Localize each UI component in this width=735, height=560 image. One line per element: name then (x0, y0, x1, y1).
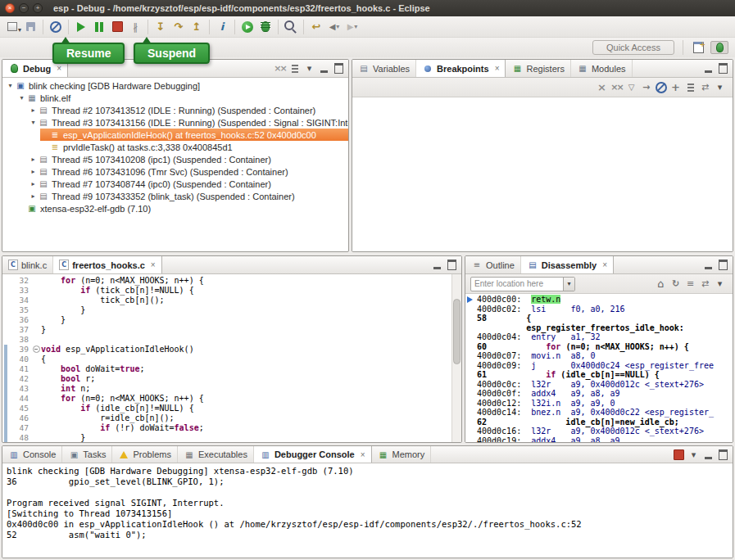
link-with-debug-icon[interactable] (698, 81, 712, 94)
tree-expand-arrow-icon[interactable]: ▾ (17, 94, 26, 102)
collapse-all-icon[interactable] (683, 81, 697, 94)
tab-outline[interactable]: Outline (465, 256, 521, 273)
editor-line[interactable]: 36 } (2, 315, 461, 325)
last-edit-location-icon[interactable] (307, 18, 325, 36)
tab-breakpoints[interactable]: Breakpoints × (416, 60, 506, 77)
view-menu-icon[interactable] (687, 448, 701, 461)
editor-line[interactable]: 40{ (2, 355, 461, 364)
code-editor[interactable]: 32 for (n=0; n<MAX_HOOKS; n++) {33 if (t… (2, 274, 461, 442)
location-combo[interactable]: Enter location here ▾ (470, 277, 575, 291)
terminate-icon[interactable] (108, 18, 126, 36)
debug-tree-item[interactable]: ▾blink checking [GDB Hardware Debugging] (2, 79, 348, 92)
sync-icon[interactable] (698, 278, 712, 291)
minimize-icon[interactable] (701, 448, 715, 461)
disassembly-line[interactable]: 62 idle_cb[n]=new_idle_cb; (465, 418, 733, 427)
tab-blink-c[interactable]: blink.c (2, 256, 53, 273)
debug-tree-item[interactable]: ▾Thread #3 1073413156 (IDLE : Running) (… (2, 116, 348, 129)
close-icon[interactable]: × (495, 64, 500, 73)
tab-executables[interactable]: Executables (178, 446, 254, 463)
disassembly-line[interactable]: 400d0c04: entry a1, 32 (465, 332, 733, 342)
disassembly-line[interactable]: 400d0c0f: addx4 a9, a8, a9 (465, 389, 733, 399)
debug-tree-item[interactable]: esp_vApplicationIdleHook() at freertos_h… (2, 129, 348, 141)
disassembly-line[interactable]: 400d0c14: bnez.n a9, 0x400d0c22 <esp_reg… (465, 408, 733, 418)
search-icon[interactable] (282, 18, 300, 36)
minimize-icon[interactable] (430, 259, 444, 272)
disassembly-line[interactable]: 400d0c09: j 0x400d0c24 <esp_register_fre… (465, 361, 733, 371)
window-minimize-button[interactable]: − (19, 3, 29, 13)
disassembly-line[interactable]: 400d0c12: l32i.n a9, a9, 0 (465, 399, 733, 409)
editor-line[interactable]: 47 if (!r) doWait=false; (2, 423, 461, 433)
debug-tree-item[interactable]: prvIdleTask() at tasks.c:3,338 0x400845d… (2, 141, 348, 153)
disassembly-line[interactable]: 400d0c07: movi.n a8, 0 (465, 351, 733, 361)
editor-line[interactable]: 45 if (idle_cb[n]!=NULL) { (2, 404, 461, 413)
tree-expand-arrow-icon[interactable]: ▸ (29, 156, 38, 163)
disassembly-line[interactable]: 400d0c02: lsi f0, a0, 216 (465, 305, 733, 314)
editor-line[interactable]: 34 tick_cb[n](); (2, 296, 461, 305)
location-input[interactable]: Enter location here (471, 279, 563, 288)
disassembly-line[interactable]: 400d0c16: l32r a9, 0x400d012c <_stext+27… (465, 427, 733, 436)
editor-line[interactable]: 48 } (2, 433, 461, 442)
remove-breakpoint-icon[interactable] (595, 81, 609, 94)
editor-line[interactable]: 38 (2, 335, 461, 345)
back-icon[interactable] (325, 18, 343, 36)
new-wizard-icon[interactable] (3, 18, 21, 36)
tree-expand-arrow-icon[interactable]: ▸ (29, 106, 38, 114)
editor-scrollbar[interactable] (451, 274, 461, 442)
editor-line[interactable]: 37} (2, 325, 461, 335)
step-return-icon[interactable] (188, 18, 206, 36)
disassembly-line[interactable]: 60 for (n=0; n<MAX_HOOKS; n++) { (465, 342, 733, 352)
debug-tree-item[interactable]: ▾blink.elf (2, 92, 348, 104)
editor-line[interactable]: 46 r=idle_cb[n](); (2, 413, 461, 423)
debug-tree-item[interactable]: ▸Thread #6 1073431096 (Tmr Svc) (Suspend… (2, 165, 348, 178)
console-output[interactable]: blink checking [GDB Hardware Debugging] … (2, 463, 733, 558)
terminate-icon[interactable] (672, 448, 686, 461)
minimize-icon[interactable] (701, 62, 715, 75)
minimize-icon[interactable] (317, 62, 331, 75)
remove-all-breakpoints-icon[interactable] (610, 81, 624, 94)
editor-line[interactable]: 44 for (n=0; n<MAX_HOOKS; n++) { (2, 394, 461, 404)
debug-icon[interactable] (256, 18, 274, 36)
scrollbar-thumb[interactable] (453, 299, 461, 364)
tab-console[interactable]: Console (2, 446, 62, 463)
maximize-icon[interactable] (716, 62, 730, 75)
open-perspective-icon[interactable] (692, 41, 706, 54)
debug-tree-item[interactable]: ▸Thread #7 1073408744 (ipc0) (Suspended … (2, 178, 348, 190)
home-icon[interactable] (654, 278, 668, 291)
window-close-button[interactable]: × (5, 3, 15, 13)
window-maximize-button[interactable]: + (33, 3, 43, 13)
show-supported-breakpoints-icon[interactable] (624, 81, 638, 94)
tree-expand-arrow-icon[interactable]: ▸ (29, 192, 38, 200)
debug-tree-item[interactable]: ▸Thread #5 1073410208 (ipc1) (Suspended … (2, 153, 348, 165)
show-source-icon[interactable] (683, 278, 697, 291)
debug-tree-item[interactable]: xtensa-esp32-elf-gdb (7.10) (2, 202, 348, 215)
disassembly-line[interactable]: 58 { (465, 314, 733, 323)
run-icon[interactable] (238, 18, 256, 36)
close-icon[interactable]: × (57, 64, 61, 73)
close-icon[interactable]: × (361, 450, 365, 459)
view-menu-icon[interactable] (302, 62, 316, 75)
tree-expand-arrow-icon[interactable]: ▾ (6, 82, 15, 89)
tab-registers[interactable]: Registers (506, 60, 570, 77)
tree-expand-arrow-icon[interactable]: ▾ (29, 119, 38, 126)
maximize-icon[interactable] (716, 448, 730, 461)
save-icon[interactable] (21, 18, 39, 36)
refresh-icon[interactable] (669, 278, 683, 291)
debug-perspective-icon[interactable] (710, 41, 728, 54)
resume-icon[interactable] (72, 18, 90, 36)
suspend-icon[interactable] (90, 18, 108, 36)
instruction-stepping-icon[interactable] (213, 18, 231, 36)
fold-marker-icon[interactable] (32, 345, 41, 355)
tab-disassembly[interactable]: Disassembly × (521, 256, 614, 273)
editor-line[interactable]: 43 int n; (2, 384, 461, 394)
tree-expand-arrow-icon[interactable]: ▸ (29, 180, 38, 187)
tab-debugger-console[interactable]: Debugger Console × (254, 446, 372, 463)
quick-access-button[interactable]: Quick Access (592, 40, 674, 55)
disassembly-line[interactable]: esp_register_freertos_idle_hook: (465, 323, 733, 333)
tree-expand-arrow-icon[interactable]: ▸ (29, 168, 38, 175)
tab-modules[interactable]: Modules (571, 60, 633, 77)
close-icon[interactable]: × (151, 260, 156, 269)
editor-line[interactable]: 42 bool r; (2, 374, 461, 384)
editor-line[interactable]: 39void esp_vApplicationIdleHook() (2, 345, 461, 355)
editor-line[interactable]: 32 for (n=0; n<MAX_HOOKS; n++) { (2, 276, 461, 286)
tab-freertos-hooks-c[interactable]: freertos_hooks.c × (53, 256, 162, 273)
